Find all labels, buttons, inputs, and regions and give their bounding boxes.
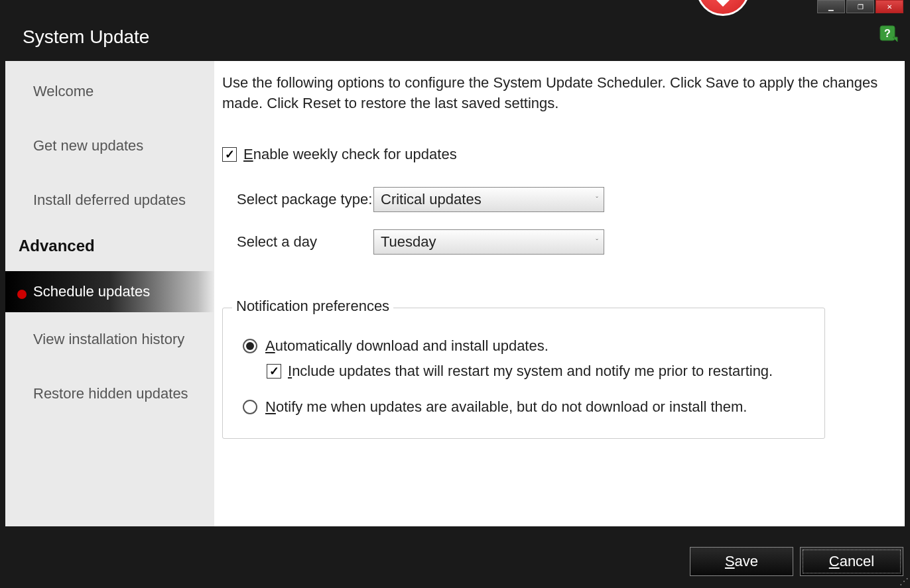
intro-text: Use the following options to configure t… [222,73,898,114]
day-select[interactable]: Tuesday ˇ [373,229,604,255]
auto-install-radio[interactable] [243,339,257,353]
help-icon[interactable]: ? [879,25,898,44]
sidebar-item-get-updates[interactable]: Get new updates [5,119,214,173]
logo-badge [696,0,749,20]
save-button[interactable]: Save [690,547,793,576]
auto-install-label: Automatically download and install updat… [265,337,549,355]
page-title: System Update [0,13,910,61]
package-type-select[interactable]: Critical updates ˇ [373,187,604,212]
fieldset-legend: Notification preferences [232,298,393,315]
day-value: Tuesday [381,233,436,251]
cancel-button[interactable]: Cancel [800,547,903,576]
resize-grip[interactable]: ⋰ [899,576,909,587]
sidebar-item-welcome[interactable]: Welcome [5,64,214,119]
notify-only-label: Notify me when updates are available, bu… [265,398,747,416]
enable-weekly-checkbox[interactable] [222,147,237,162]
sidebar-section-advanced: Advanced [5,227,214,271]
sidebar-item-restore-hidden[interactable]: Restore hidden updates [5,367,214,421]
notify-only-radio[interactable] [243,400,257,414]
enable-weekly-label: Enable weekly check for updates [243,146,457,163]
close-button[interactable]: ✕ [876,0,903,13]
notification-preferences-fieldset: Notification preferences Automatically d… [222,308,825,439]
svg-text:?: ? [884,28,891,39]
sidebar-item-schedule-updates[interactable]: Schedule updates [5,271,214,312]
minimize-button[interactable]: ▁ [817,0,845,13]
maximize-button[interactable]: ❐ [846,0,874,13]
package-type-label: Select package type: [237,191,373,208]
day-label: Select a day [237,233,373,251]
sidebar-item-view-history[interactable]: View installation history [5,312,214,367]
chevron-down-icon: ˇ [596,238,598,246]
include-restart-label: Include updates that will restart my sys… [288,363,773,380]
main-content: Use the following options to configure t… [214,61,905,526]
sidebar: Welcome Get new updates Install deferred… [5,61,214,526]
sidebar-item-install-deferred[interactable]: Install deferred updates [5,173,214,227]
package-type-value: Critical updates [381,191,482,208]
include-restart-checkbox[interactable] [267,364,281,379]
chevron-down-icon: ˇ [596,196,598,204]
